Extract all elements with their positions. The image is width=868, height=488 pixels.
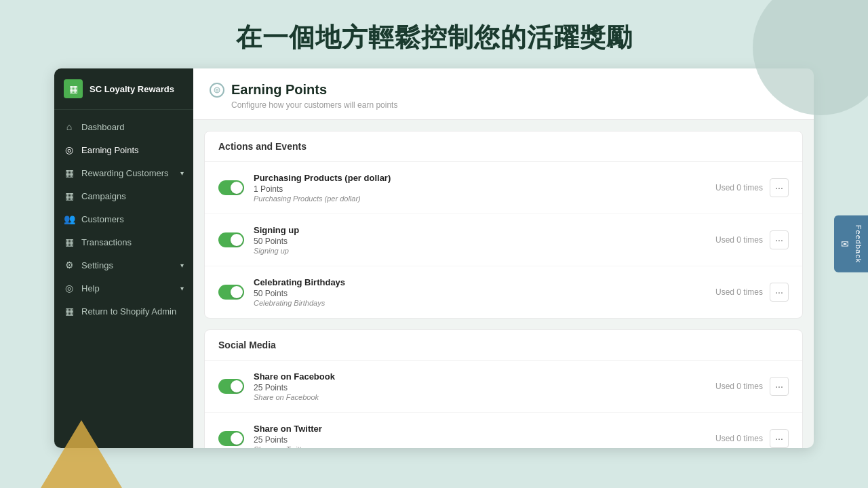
- sidebar-brand[interactable]: ▦ SC Loyalty Rewards: [54, 68, 193, 110]
- section-actions-events: Actions and Events Purchasing Products (…: [204, 131, 803, 319]
- brand-name: SC Loyalty Rewards: [90, 84, 174, 94]
- main-content: ◎ Earning Points Configure how your cust…: [193, 68, 814, 448]
- sidebar-item-dashboard[interactable]: ⌂ Dashboard: [54, 115, 193, 138]
- help-icon: ◎: [64, 283, 75, 293]
- toggle-purchasing[interactable]: [218, 180, 244, 195]
- action-desc-purchasing: Purchasing Products (per dollar): [254, 195, 706, 203]
- chevron-down-icon: ▾: [180, 169, 184, 177]
- sidebar-item-settings[interactable]: ⚙ Settings ▾: [54, 253, 193, 277]
- settings-icon: ⚙: [64, 260, 75, 270]
- sidebar: ▦ SC Loyalty Rewards ⌂ Dashboard ◎ Earni…: [54, 68, 193, 448]
- more-button-facebook[interactable]: ···: [770, 377, 789, 396]
- content-body: Actions and Events Purchasing Products (…: [193, 120, 814, 448]
- action-info-twitter: Share on Twitter 25 Points Share on Twit…: [254, 424, 706, 448]
- more-button-birthdays[interactable]: ···: [770, 283, 789, 302]
- header-icon: ◎: [210, 83, 224, 98]
- used-times-facebook: Used 0 times: [715, 382, 763, 391]
- page-subtitle: Configure how your customers will earn p…: [231, 100, 797, 110]
- action-info-signing-up: Signing up 50 Points Signing up: [254, 225, 706, 255]
- customers-icon: 👥: [64, 214, 75, 224]
- action-info-birthdays: Celebrating Birthdays 50 Points Celebrat…: [254, 277, 706, 307]
- sidebar-item-help-label: Help: [81, 283, 100, 293]
- transactions-icon: ▦: [64, 237, 75, 247]
- rewarding-icon: ▦: [64, 167, 75, 178]
- sidebar-item-dashboard-label: Dashboard: [81, 122, 125, 132]
- more-button-purchasing[interactable]: ···: [770, 178, 789, 197]
- sidebar-item-transactions-label: Transactions: [81, 237, 132, 247]
- action-row-birthdays: Celebrating Birthdays 50 Points Celebrat…: [205, 266, 802, 318]
- action-meta-twitter: Used 0 times ···: [715, 429, 789, 448]
- action-desc-signing-up: Signing up: [254, 247, 706, 255]
- campaigns-icon: ▦: [64, 190, 75, 201]
- action-name-facebook: Share on Facebook: [254, 371, 706, 382]
- sidebar-item-return-label: Return to Shopify Admin: [81, 306, 176, 317]
- toggle-birthdays[interactable]: [218, 285, 244, 300]
- sidebar-item-help[interactable]: ◎ Help ▾: [54, 277, 193, 300]
- sidebar-item-rewarding-customers[interactable]: ▦ Rewarding Customers ▾: [54, 161, 193, 184]
- sidebar-item-campaigns-label: Campaigns: [81, 191, 126, 201]
- action-meta-birthdays: Used 0 times ···: [715, 283, 789, 302]
- action-meta-signing-up: Used 0 times ···: [715, 230, 789, 249]
- feedback-mail-icon: ✉: [840, 239, 850, 249]
- action-name-twitter: Share on Twitter: [254, 424, 706, 434]
- used-times-purchasing: Used 0 times: [715, 183, 763, 192]
- toggle-facebook[interactable]: [218, 379, 244, 394]
- sidebar-item-settings-label: Settings: [81, 260, 113, 270]
- section-social-media-header: Social Media: [205, 330, 802, 361]
- action-row-signing-up: Signing up 50 Points Signing up Used 0 t…: [205, 214, 802, 266]
- home-icon: ⌂: [64, 121, 75, 132]
- toggle-signing-up[interactable]: [218, 232, 244, 247]
- feedback-label: Feedback: [854, 225, 863, 263]
- more-button-signing-up[interactable]: ···: [770, 230, 789, 249]
- action-points-birthdays: 50 Points: [254, 289, 706, 298]
- content-title-row: ◎ Earning Points: [210, 82, 797, 98]
- used-times-birthdays: Used 0 times: [715, 287, 763, 297]
- action-info-facebook: Share on Facebook 25 Points Share on Fac…: [254, 371, 706, 401]
- sidebar-item-customers[interactable]: 👥 Customers: [54, 207, 193, 230]
- used-times-signing-up: Used 0 times: [715, 235, 763, 245]
- feedback-button[interactable]: Feedback ✉: [834, 216, 868, 272]
- action-points-purchasing: 1 Points: [254, 184, 706, 194]
- action-name-birthdays: Celebrating Birthdays: [254, 277, 706, 287]
- sidebar-nav: ⌂ Dashboard ◎ Earning Points ▦ Rewarding…: [54, 110, 193, 448]
- toggle-twitter[interactable]: [218, 431, 244, 446]
- action-points-facebook: 25 Points: [254, 383, 706, 392]
- sidebar-item-earning-points-label: Earning Points: [81, 145, 139, 155]
- settings-chevron-icon: ▾: [180, 262, 184, 269]
- help-chevron-icon: ▾: [180, 285, 184, 292]
- action-desc-twitter: Share on Twitter: [254, 445, 706, 448]
- action-points-twitter: 25 Points: [254, 435, 706, 445]
- section-social-media: Social Media Share on Facebook 25 Points…: [204, 329, 803, 448]
- app-container: ▦ SC Loyalty Rewards ⌂ Dashboard ◎ Earni…: [54, 68, 814, 448]
- action-meta-facebook: Used 0 times ···: [715, 377, 789, 396]
- action-name-purchasing: Purchasing Products (per dollar): [254, 173, 706, 183]
- sidebar-item-return-shopify[interactable]: ▦ Return to Shopify Admin: [54, 300, 193, 323]
- action-row-purchasing: Purchasing Products (per dollar) 1 Point…: [205, 162, 802, 214]
- action-name-signing-up: Signing up: [254, 225, 706, 235]
- action-row-facebook: Share on Facebook 25 Points Share on Fac…: [205, 361, 802, 413]
- action-row-twitter: Share on Twitter 25 Points Share on Twit…: [205, 413, 802, 448]
- sidebar-item-transactions[interactable]: ▦ Transactions: [54, 230, 193, 253]
- action-desc-facebook: Share on Facebook: [254, 393, 706, 401]
- action-info-purchasing: Purchasing Products (per dollar) 1 Point…: [254, 173, 706, 203]
- sidebar-item-rewarding-label: Rewarding Customers: [81, 168, 169, 178]
- return-icon: ▦: [64, 306, 75, 317]
- page-title: Earning Points: [231, 82, 327, 98]
- more-button-twitter[interactable]: ···: [770, 429, 789, 448]
- content-header: ◎ Earning Points Configure how your cust…: [193, 68, 814, 120]
- sidebar-item-campaigns[interactable]: ▦ Campaigns: [54, 184, 193, 207]
- bg-triangle-decoration: [41, 420, 122, 488]
- action-points-signing-up: 50 Points: [254, 237, 706, 246]
- section-actions-events-header: Actions and Events: [205, 131, 802, 162]
- action-meta-purchasing: Used 0 times ···: [715, 178, 789, 197]
- used-times-twitter: Used 0 times: [715, 434, 763, 443]
- sidebar-item-earning-points[interactable]: ◎ Earning Points: [54, 138, 193, 161]
- hero-title: 在一個地方輕鬆控制您的活躍獎勵: [0, 0, 868, 68]
- sidebar-item-customers-label: Customers: [81, 214, 124, 224]
- earning-points-icon: ◎: [64, 144, 75, 155]
- action-desc-birthdays: Celebrating Birthdays: [254, 299, 706, 307]
- brand-icon: ▦: [64, 79, 83, 98]
